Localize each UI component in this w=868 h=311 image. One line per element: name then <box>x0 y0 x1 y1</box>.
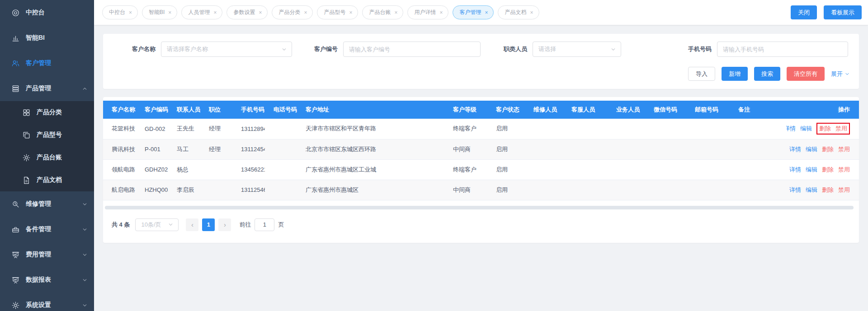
tab-params[interactable]: 参数设置× <box>226 5 268 19</box>
add-button[interactable]: 新增 <box>722 67 748 81</box>
console-icon <box>11 8 20 17</box>
close-tab-icon[interactable]: × <box>485 10 488 15</box>
table-cell <box>608 119 645 139</box>
sidebar-item-reports[interactable]: 数据报表 <box>0 267 94 292</box>
column-header: 微信号码 <box>645 101 686 119</box>
close-tab-icon[interactable]: × <box>530 10 533 15</box>
content: 客户名称请选择客户名称客户编号职类人员请选择手机号码 导入 新增 搜索 清空所有… <box>94 25 868 243</box>
sidebar-item-products[interactable]: 产品管理 <box>0 76 94 101</box>
column-header: 操作 <box>787 101 859 119</box>
page-size-select[interactable]: 10条/页 <box>135 218 179 231</box>
close-tab-icon[interactable]: × <box>259 10 262 15</box>
board-icon <box>11 275 20 284</box>
table-cell: 王先生 <box>168 119 200 139</box>
app-root: 中控台智能BI客户管理产品管理产品分类产品型号产品台账产品文档维修管理备件管理费… <box>0 0 868 311</box>
delete-link[interactable]: 删除 <box>822 186 834 194</box>
field-label: 客户编号 <box>314 45 338 53</box>
customer-table: 客户名称客户编码联系人员职位手机号码电话号码客户地址客户等级客户状态维修人员客服… <box>103 101 859 200</box>
close-tab-icon[interactable]: × <box>129 10 132 15</box>
tab-console[interactable]: 中控台× <box>102 5 138 19</box>
phone-input[interactable] <box>717 42 848 57</box>
customer-no-input[interactable] <box>343 42 481 57</box>
disable-link[interactable]: 禁用 <box>838 166 850 174</box>
field-job-person: 职类人员请选择 <box>504 42 621 57</box>
table-cell <box>525 119 563 139</box>
table-cell <box>525 180 563 200</box>
disable-link[interactable]: 禁用 <box>838 145 850 153</box>
search-button[interactable]: 搜索 <box>754 67 780 81</box>
clear-all-button[interactable]: 清空所有 <box>787 67 825 81</box>
next-page-button[interactable]: › <box>218 218 231 231</box>
table-cell <box>265 159 297 180</box>
column-header: 客户编码 <box>136 101 168 119</box>
sidebar-item-product-category[interactable]: 产品分类 <box>0 101 94 124</box>
open-tabs: 中控台×智能BI×人员管理×参数设置×产品分类×产品型号×产品台账×用户详情×客… <box>102 5 791 19</box>
sidebar-item-expenses[interactable]: 费用管理 <box>0 242 94 267</box>
close-button[interactable]: 关闭 <box>791 5 817 19</box>
kanban-display-button[interactable]: 看板展示 <box>824 5 862 19</box>
sidebar-item-repair[interactable]: 维修管理 <box>0 191 94 217</box>
actions-cell: 详情编辑删除禁用 <box>787 139 859 159</box>
sidebar-item-product-model[interactable]: 产品型号 <box>0 124 94 146</box>
tab-product-docs[interactable]: 产品文档× <box>498 5 539 19</box>
document-icon <box>22 176 31 185</box>
edit-link[interactable]: 编辑 <box>806 166 817 174</box>
edit-link[interactable]: 编辑 <box>800 125 812 133</box>
job-person-select[interactable]: 请选择 <box>533 42 621 57</box>
page-number-button[interactable]: 1 <box>202 218 215 231</box>
table-cell: GD-002 <box>136 119 168 139</box>
tab-product-ledger[interactable]: 产品台账× <box>362 5 403 19</box>
tab-personnel[interactable]: 人员管理× <box>181 5 222 19</box>
detail-link[interactable]: 详情 <box>789 166 801 174</box>
close-tab-icon[interactable]: × <box>439 10 443 15</box>
sidebar-item-bi[interactable]: 智能BI <box>0 25 94 51</box>
disable-link[interactable]: 禁用 <box>838 186 850 194</box>
gear-icon <box>11 301 20 310</box>
close-tab-icon[interactable]: × <box>304 10 307 15</box>
detail-link[interactable]: 详情 <box>787 125 796 133</box>
board-icon <box>11 250 20 259</box>
sidebar-item-customers[interactable]: 客户管理 <box>0 51 94 76</box>
expand-toggle[interactable]: 展开 <box>831 70 850 78</box>
table-cell <box>525 159 563 180</box>
delete-link[interactable]: 删除 <box>822 166 834 174</box>
close-tab-icon[interactable]: × <box>349 10 352 15</box>
sidebar-item-spares[interactable]: 备件管理 <box>0 217 94 242</box>
horizontal-scrollbar[interactable] <box>105 206 857 209</box>
sidebar-item-product-docs[interactable]: 产品文档 <box>0 169 94 191</box>
table-cell: 广东省惠州市惠城区工业城 <box>297 159 444 180</box>
tab-bi[interactable]: 智能BI× <box>142 5 177 19</box>
close-tab-icon[interactable]: × <box>168 10 171 15</box>
close-tab-icon[interactable]: × <box>394 10 397 15</box>
delete-link[interactable]: 删除 <box>822 145 834 153</box>
tab-product-model[interactable]: 产品型号× <box>317 5 358 19</box>
goto-page-input[interactable] <box>255 218 274 231</box>
import-button[interactable]: 导入 <box>688 67 715 81</box>
scrollbar-thumb[interactable] <box>105 206 854 209</box>
sidebar-item-product-ledger[interactable]: 产品台账 <box>0 146 94 169</box>
customer-name-select[interactable]: 请选择客户名称 <box>161 42 292 57</box>
sidebar: 中控台智能BI客户管理产品管理产品分类产品型号产品台账产品文档维修管理备件管理费… <box>0 0 94 311</box>
table-cell <box>608 139 645 159</box>
table-cell: 13456221... <box>232 159 265 180</box>
table-cell: 李启辰 <box>168 180 200 200</box>
sidebar-item-settings[interactable]: 系统设置 <box>0 292 94 311</box>
disable-link[interactable]: 禁用 <box>835 125 847 133</box>
sidebar-item-console[interactable]: 中控台 <box>0 0 94 25</box>
edit-link[interactable]: 编辑 <box>806 186 817 194</box>
detail-link[interactable]: 详情 <box>789 145 801 153</box>
delete-link[interactable]: 删除 <box>819 125 831 133</box>
search-actions-row: 导入 新增 搜索 清空所有 展开 <box>103 67 859 81</box>
prev-page-button[interactable]: ‹ <box>186 218 198 231</box>
tab-customers[interactable]: 客户管理× <box>453 5 494 19</box>
edit-link[interactable]: 编辑 <box>806 145 817 153</box>
tab-user-detail[interactable]: 用户详情× <box>407 5 448 19</box>
table-cell: 中间商 <box>444 139 487 159</box>
sidebar-item-label: 数据报表 <box>26 276 82 284</box>
close-tab-icon[interactable]: × <box>213 10 217 15</box>
table-row: 腾讯科技P-001马工经理131124542...北京市市辖区东城区西环路中间商… <box>103 139 859 159</box>
page-suffix-label: 页 <box>278 221 284 229</box>
column-header: 客户地址 <box>297 101 444 119</box>
detail-link[interactable]: 详情 <box>789 186 801 194</box>
tab-product-category[interactable]: 产品分类× <box>272 5 313 19</box>
